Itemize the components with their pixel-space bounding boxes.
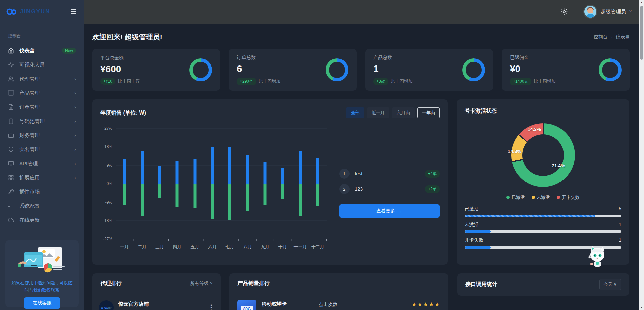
sidebar-item-5[interactable]: 号码池管理› [3,114,81,128]
stats-row: 平台总金额¥600+¥10比上周上浮订单总数6+290个比上周增加产品总数1+3… [92,49,630,91]
agent-card-title: 代理排行 [100,280,122,287]
stat-card-2: 产品总数1+3款比上周增加 [365,49,493,91]
scrollbar-thumb[interactable] [640,6,643,60]
x-tick-label: 三月 [151,244,168,250]
sun-icon [561,8,568,15]
breadcrumb-separator: › [611,35,612,40]
chevron-right-icon: › [74,161,76,166]
trend-badge: +290个 [237,78,256,85]
api-card-title: 接口调用统计 [465,281,497,288]
cloud-icon [8,217,14,223]
agent-name: 惊云官方店铺 [118,301,209,307]
online-support-button[interactable]: 在线客服 [24,297,60,309]
chevron-right-icon: › [74,133,76,138]
x-tick-label: 十月 [274,244,291,250]
bar-column-十月 [274,128,291,239]
stat-donut-chart [462,58,485,81]
phone-icon [8,118,14,124]
ranking-list: 1test+4单2123+2单 [339,169,440,194]
trend-badge: +¥10 [100,78,115,85]
product-list-item[interactable]: 80G 移动鲸望卡 点击次数 240K ★★★★★ +1234单 [229,294,448,310]
user-menu[interactable]: 超级管理员 ˅ [576,0,639,24]
sidebar-item-3[interactable]: 产品管理› [3,86,81,100]
page-title: 欢迎回来! 超级管理员! [92,32,162,42]
x-tick-label: 七月 [221,244,238,250]
sidebar-item-1[interactable]: 可视化大屏 [3,58,81,72]
y-tick: 9% [107,163,112,168]
sidebar-item-6[interactable]: 财务管理› [3,128,81,142]
users-icon [8,76,14,82]
file-icon [8,104,14,110]
range-tabs: 全部近一月六月内一年内 [346,107,440,118]
sidebar-item-8[interactable]: API管理› [3,157,81,171]
sidebar-item-12[interactable]: 在线更新 [3,213,81,227]
x-tick-label: 二月 [133,244,151,250]
card-agent-ranking: 代理排行 所有等级 ˅ W-CARP 惊云官方店铺 kinggaking ••• [92,273,221,310]
x-tick-label: 八月 [239,244,256,250]
sidebar-item-9[interactable]: 扩展应用› [3,171,81,185]
agent-level-filter[interactable]: 所有等级 ˅ [190,281,213,287]
bar-column-十二月 [309,128,326,239]
sidebar-item-2[interactable]: 代理管理› [3,72,81,86]
range-tab-0[interactable]: 全部 [346,107,364,118]
view-more-button[interactable]: 查看更多→ [339,204,440,218]
stat-donut-chart [189,58,212,81]
x-tick-label: 十一月 [291,244,309,250]
scroll-up-arrow[interactable]: ▲ [639,0,644,5]
chevron-right-icon: › [74,76,76,82]
api-range-filter[interactable]: 今天 ∨ [599,279,621,290]
x-tick-label: 十二月 [309,244,326,250]
chevron-down-icon: ˅ [629,9,632,14]
shield-icon [8,146,14,152]
airplay-icon [8,161,14,167]
activation-card-title: 号卡激活状态 [465,107,621,115]
ranking-item[interactable]: 1test+4单 [339,169,440,179]
chevron-right-icon: › [74,90,76,96]
legend-item-0[interactable]: 已激活 [506,194,525,201]
more-options-icon[interactable]: ••• [209,304,214,310]
brand-name: JINGYUN [20,8,50,15]
main-content: 欢迎回来! 超级管理员! 控制台 › 仪表盘 平台总金额¥600+¥10比上周上… [84,24,639,310]
legend-item-1[interactable]: 未激活 [532,194,550,201]
breadcrumb-console[interactable]: 控制台 [594,34,608,40]
bar-column-三月 [151,128,168,239]
theme-toggle-button[interactable] [557,5,571,18]
sales-card-title: 年度销售 (单位: W) [100,109,146,117]
sidebar-item-10[interactable]: 插件市场 [3,185,81,199]
help-text: 如果在使用中遇到问题，可以随时与我们取得联系 [10,280,74,294]
range-tab-2[interactable]: 六月内 [392,107,415,118]
sidebar-item-7[interactable]: 实名管理› [3,142,81,157]
help-card: 如果在使用中遇到问题，可以随时与我们取得联系 在线客服 [5,240,79,307]
activation-donut-chart: 71.4%14.3%14.3% [511,123,575,187]
bar-column-十一月 [291,128,309,239]
sidebar-item-4[interactable]: 订单管理› [3,100,81,114]
stat-card-3: 已返佣金¥0+1400元比上周增加 [502,49,630,91]
bar-column-二月 [133,128,151,239]
stat-card-0: 平台总金额¥600+¥10比上周上浮 [92,49,220,91]
activity-icon [8,62,14,68]
sliders-icon [8,203,14,209]
agent-list-item[interactable]: W-CARP 惊云官方店铺 kinggaking ••• [92,294,221,310]
breadcrumb-dashboard: 仪表盘 [616,34,630,40]
sidebar-item-0[interactable]: 仪表盘New [3,44,81,58]
x-tick-label: 九月 [256,244,274,250]
range-tab-1[interactable]: 近一月 [367,107,389,118]
live2d-mascot[interactable] [587,245,608,269]
y-tick: -9% [105,200,112,205]
legend-item-2[interactable]: 开卡失败 [557,194,580,201]
ellipsis-menu-icon[interactable]: ··· [436,281,440,286]
sidebar-nav: 仪表盘New可视化大屏代理管理›产品管理›订单管理›号码池管理›财务管理›实名管… [0,42,84,228]
y-tick: -18% [103,218,112,223]
x-tick-label: 一月 [116,244,133,250]
page-scrollbar[interactable]: ▲ ▼ [639,0,644,310]
scroll-down-arrow[interactable]: ▼ [639,305,644,310]
star-rating: ★★★★★ [379,301,440,308]
sidebar-item-11[interactable]: 系统配置 [3,199,81,213]
menu-toggle-icon[interactable]: ☰ [71,8,77,15]
chevron-right-icon: › [74,175,76,180]
bar-column-五月 [186,128,204,239]
range-tab-3[interactable]: 一年内 [417,107,440,118]
bar-column-六月 [204,128,221,239]
ranking-item[interactable]: 2123+2单 [339,184,440,194]
x-axis-labels: 一月二月三月四月五月六月七月八月九月十月十一月十二月 [116,244,327,250]
